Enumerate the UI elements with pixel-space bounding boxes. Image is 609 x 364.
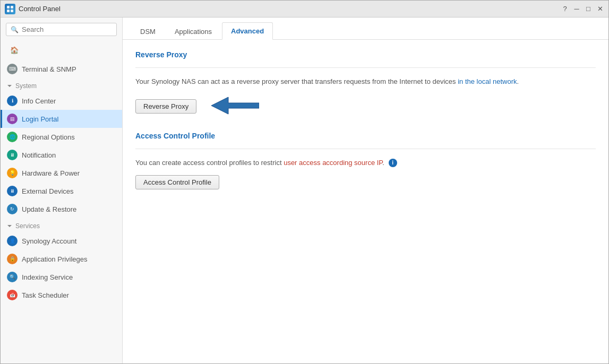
sidebar-item-synology-account[interactable]: 👤 Synology Account [1, 232, 122, 250]
sidebar-item-info-center[interactable]: ℹ Info Center [1, 92, 122, 110]
access-control-button[interactable]: Access Control Profile [135, 175, 219, 189]
regional-options-label: Regional Options [22, 133, 75, 141]
window-title: Control Panel [19, 5, 561, 13]
info-center-label: Info Center [22, 97, 56, 105]
sidebar-item-regional-options[interactable]: 🌐 Regional Options [1, 128, 122, 146]
terminal-icon: ⌨ [7, 64, 18, 74]
svg-marker-6 [211, 97, 259, 114]
access-control-description: You can create access control profiles t… [135, 158, 596, 169]
content-area: DSM Applications Advanced Reverse Proxy … [123, 18, 608, 363]
sidebar-search-area: 🔍 [1, 18, 122, 40]
app-icon [5, 4, 15, 14]
regional-options-icon: 🌐 [7, 132, 18, 142]
hardware-power-label: Hardware & Power [22, 169, 80, 177]
svg-rect-1 [11, 6, 13, 8]
home-section: 🏠 [1, 40, 122, 60]
home-icon: 🏠 [10, 46, 19, 54]
access-control-divider [135, 149, 596, 149]
tabbar: DSM Applications Advanced [123, 18, 608, 40]
sidebar-item-application-privileges[interactable]: 🔒 Application Privileges [1, 250, 122, 268]
notification-label: Notification [22, 151, 56, 159]
sidebar-item-terminal-snmp[interactable]: ⌨ Terminal & SNMP [1, 60, 122, 78]
svg-rect-2 [7, 10, 10, 12]
help-button[interactable]: ? [561, 5, 569, 13]
main-layout: 🔍 🏠 ⌨ Terminal & SNMP System [1, 18, 608, 363]
external-devices-label: External Devices [22, 187, 74, 195]
titlebar: Control Panel ? ─ □ ✕ [1, 1, 608, 18]
sidebar-item-login-portal[interactable]: ▤ Login Portal [1, 110, 122, 128]
task-scheduler-icon: 📅 [7, 290, 18, 300]
maximize-button[interactable]: □ [584, 5, 593, 13]
svg-marker-5 [7, 225, 12, 227]
sidebar: 🔍 🏠 ⌨ Terminal & SNMP System [1, 18, 123, 363]
login-portal-label: Login Portal [22, 115, 58, 123]
home-button[interactable]: 🏠 [6, 44, 117, 57]
search-icon: 🔍 [11, 26, 19, 33]
search-box[interactable]: 🔍 [6, 23, 117, 36]
services-section-label: Services [15, 222, 40, 230]
reverse-proxy-description: Your Synology NAS can act as a reverse p… [135, 76, 596, 88]
reverse-proxy-title: Reverse Proxy [135, 50, 596, 59]
access-control-highlight: user access according source IP [284, 159, 382, 167]
arrow-icon [211, 94, 259, 117]
reverse-proxy-button[interactable]: Reverse Proxy [135, 99, 196, 114]
tab-applications[interactable]: Applications [166, 23, 221, 40]
sidebar-item-indexing-service[interactable]: 🔍 Indexing Service [1, 268, 122, 286]
external-devices-icon: 🖥 [7, 186, 18, 196]
notification-icon: 🖥 [7, 150, 18, 160]
svg-rect-0 [7, 6, 10, 8]
window-controls: ? ─ □ ✕ [561, 5, 604, 13]
sidebar-item-notification[interactable]: 🖥 Notification [1, 146, 122, 164]
reverse-proxy-highlight: in the local network [458, 77, 517, 85]
arrow-annotation [211, 94, 259, 119]
application-privileges-icon: 🔒 [7, 254, 18, 264]
main-window: Control Panel ? ─ □ ✕ 🔍 🏠 [0, 0, 609, 364]
sidebar-item-task-scheduler[interactable]: 📅 Task Scheduler [1, 286, 122, 304]
reverse-proxy-divider [135, 67, 596, 68]
minimize-button[interactable]: ─ [572, 5, 581, 13]
login-portal-icon: ▤ [7, 114, 18, 124]
close-button[interactable]: ✕ [596, 5, 604, 13]
task-scheduler-label: Task Scheduler [22, 291, 69, 299]
sidebar-item-external-devices[interactable]: 🖥 External Devices [1, 182, 122, 200]
svg-rect-3 [11, 10, 13, 12]
reverse-proxy-action-row: Reverse Proxy [135, 94, 596, 119]
access-control-section: Access Control Profile You can create ac… [135, 132, 596, 189]
info-center-icon: ℹ [7, 96, 18, 106]
sidebar-item-update-restore[interactable]: ↻ Update & Restore [1, 200, 122, 218]
synology-account-label: Synology Account [22, 237, 76, 245]
hardware-power-icon: 💡 [7, 168, 18, 178]
reverse-proxy-section: Reverse Proxy Your Synology NAS can act … [135, 50, 596, 119]
system-section-label: System [15, 82, 37, 90]
terminal-snmp-label: Terminal & SNMP [22, 65, 76, 73]
search-input[interactable] [22, 25, 112, 33]
system-section-header: System [1, 78, 122, 92]
services-section-header: Services [1, 218, 122, 232]
tab-dsm[interactable]: DSM [131, 23, 165, 40]
access-control-title: Access Control Profile [135, 132, 596, 140]
page-content: Reverse Proxy Your Synology NAS can act … [123, 40, 608, 363]
info-icon[interactable]: i [389, 159, 397, 167]
indexing-service-label: Indexing Service [22, 273, 73, 281]
update-restore-label: Update & Restore [22, 205, 76, 213]
update-restore-icon: ↻ [7, 204, 18, 214]
application-privileges-label: Application Privileges [22, 255, 88, 263]
sidebar-item-hardware-power[interactable]: 💡 Hardware & Power [1, 164, 122, 182]
svg-marker-4 [7, 85, 12, 87]
synology-account-icon: 👤 [7, 236, 18, 246]
tab-advanced[interactable]: Advanced [222, 22, 273, 40]
indexing-service-icon: 🔍 [7, 272, 18, 282]
